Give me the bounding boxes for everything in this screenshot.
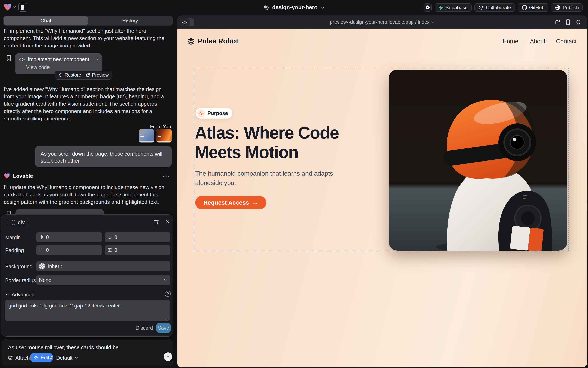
message-menu-button[interactable]: ··· [163,173,170,179]
background-field[interactable] [36,261,171,271]
code-toggle-icon: <> [180,18,190,26]
restore-button[interactable]: Restore [58,72,81,78]
lovable-heart-icon [4,173,10,179]
element-inspector-panel: div Margin Padding Background [1,214,173,337]
assistant-message: I've added a new "Why Humanoid" section … [4,85,170,122]
assistant-message: I'll implement the "Why Humanoid" sectio… [4,27,170,49]
advanced-section-toggle[interactable]: Advanced [5,292,34,298]
project-name: design-your-hero [272,4,318,11]
publish-button[interactable]: Publish [551,3,583,12]
external-link-icon [86,73,90,77]
nav-contact[interactable]: Contact [556,38,577,45]
refresh-button[interactable] [576,19,581,25]
pulse-icon [197,109,205,117]
assistant-name: Lovable [13,173,33,179]
lovable-logo-icon[interactable] [4,3,11,11]
github-button[interactable]: GitHub [518,3,549,12]
preview-url[interactable]: preview--design-your-hero.lovable.app / … [330,15,435,29]
tab-chat[interactable]: Chat [4,16,88,25]
chat-composer[interactable]: As user mouse roll over, these cards sho… [2,339,173,366]
attach-label: Attach [15,355,30,361]
chevron-down-icon [163,278,168,282]
send-button[interactable]: ↑ [164,352,172,361]
classes-textarea[interactable]: grid grid-cols-1 lg:grid-cols-2 gap-12 i… [5,300,170,321]
supabase-button[interactable]: Supabase [435,3,472,12]
lovable-app: design-your-hero Supabase Collaborate Gi… [0,0,588,368]
preview-panel: <> preview--design-your-hero.lovable.app… [177,15,587,367]
chevron-down-icon [431,21,434,23]
restore-icon [58,73,63,77]
brand-name: Pulse Robot [198,37,238,45]
settings-button[interactable] [424,3,432,12]
margin-x-field[interactable] [36,232,102,242]
request-access-button[interactable]: Request Access → [195,196,266,209]
discard-button[interactable]: Discard [134,323,154,333]
margin-label: Margin [5,234,21,240]
code-preview-toggle[interactable]: <> [180,18,194,26]
nav-home[interactable]: Home [503,38,518,45]
component-card-title: Implement new component [28,56,89,62]
attach-button[interactable]: Attach [8,354,30,362]
bookmark-icon[interactable] [6,55,11,61]
margin-y-icon [107,235,112,239]
padding-y-icon [107,248,112,252]
selected-hero-section[interactable]: Purpose Atlas: Where Code Meets Motion T… [194,68,569,251]
project-chevron-icon [320,6,325,9]
bookmark-icon [6,211,11,214]
mobile-view-button[interactable] [566,19,570,25]
assistant-message: I'll update the WhyHumanoid component to… [4,184,170,206]
project-switcher[interactable]: design-your-hero [263,0,325,15]
cta-label: Request Access [203,199,249,206]
margin-x-input[interactable] [46,234,99,240]
target-icon [34,355,39,360]
padding-label: Padding [5,247,24,253]
border-radius-select[interactable]: None [36,275,171,285]
sliders-icon [49,355,54,360]
padding-x-input[interactable] [46,247,99,253]
view-code-link[interactable]: View code [26,64,98,70]
padding-y-field[interactable] [104,245,171,255]
attachment-thumbnail-orange[interactable] [156,129,172,143]
badge-label: Purpose [208,110,228,116]
padding-x-field[interactable] [36,245,102,255]
code-icon: <> [19,57,25,62]
help-icon[interactable]: ? [165,291,171,297]
margin-y-field[interactable] [104,232,171,242]
hero-subheading: The humanoid companion that learns and a… [195,169,347,188]
model-selector[interactable]: Default [49,354,78,362]
close-icon[interactable] [165,219,170,224]
attachment-thumbnail-blue[interactable] [139,129,154,143]
advanced-label: Advanced [12,292,34,298]
user-plus-icon [478,5,484,10]
globe-icon [263,4,269,11]
arrow-up-icon: ↑ [167,354,169,360]
preview-button[interactable]: Preview [86,72,109,78]
assistant-header: Lovable ··· [4,173,170,179]
background-input[interactable] [48,263,168,269]
save-button[interactable]: Save [156,323,171,333]
arrow-right-icon: → [252,199,258,206]
sidebar-toggle-button[interactable] [19,3,28,12]
open-in-new-tab-button[interactable] [555,19,560,25]
top-bar-actions: Supabase Collaborate GitHub Publish [424,3,583,12]
selected-element-chip[interactable]: div [7,218,28,227]
border-radius-value: None [39,277,51,283]
color-swatch-icon [39,263,45,269]
padding-y-input[interactable] [114,247,168,253]
chevron-right-icon: › [96,56,98,63]
gear-icon [425,5,430,10]
collaborate-button[interactable]: Collaborate [474,3,515,12]
workspace-chevron-icon[interactable] [12,6,16,9]
nav-about[interactable]: About [530,38,545,45]
composer-input[interactable]: As user mouse roll over, these cards sho… [8,344,166,351]
margin-y-input[interactable] [114,234,168,240]
top-bar: design-your-hero Supabase Collaborate Gi… [0,0,588,15]
chevron-down-icon [75,357,78,359]
publish-label: Publish [563,5,579,10]
site-logo[interactable]: Pulse Robot [187,37,238,45]
restore-label: Restore [65,72,81,78]
margin-x-icon [39,235,44,239]
delete-element-button[interactable] [154,219,159,225]
publish-globe-icon [555,5,560,10]
tab-history[interactable]: History [88,16,172,25]
